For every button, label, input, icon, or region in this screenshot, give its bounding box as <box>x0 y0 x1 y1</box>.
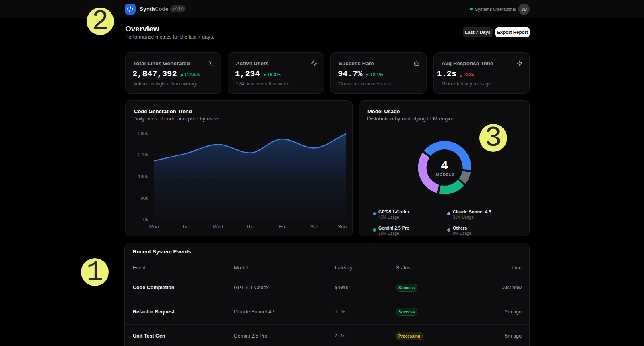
svg-text:Fri: Fri <box>279 224 285 230</box>
svg-text:270k: 270k <box>138 152 148 157</box>
svg-text:0k: 0k <box>143 217 148 222</box>
svg-text:90k: 90k <box>140 196 148 201</box>
svg-text:Sun: Sun <box>338 224 347 230</box>
svg-text:Mon: Mon <box>149 224 159 230</box>
svg-text:Sat: Sat <box>310 224 318 230</box>
svg-text:Thu: Thu <box>246 224 254 230</box>
svg-text:Tue: Tue <box>182 224 190 230</box>
svg-text:Wed: Wed <box>213 224 223 230</box>
svg-text:180k: 180k <box>138 174 148 179</box>
svg-text:360k: 360k <box>138 131 148 136</box>
